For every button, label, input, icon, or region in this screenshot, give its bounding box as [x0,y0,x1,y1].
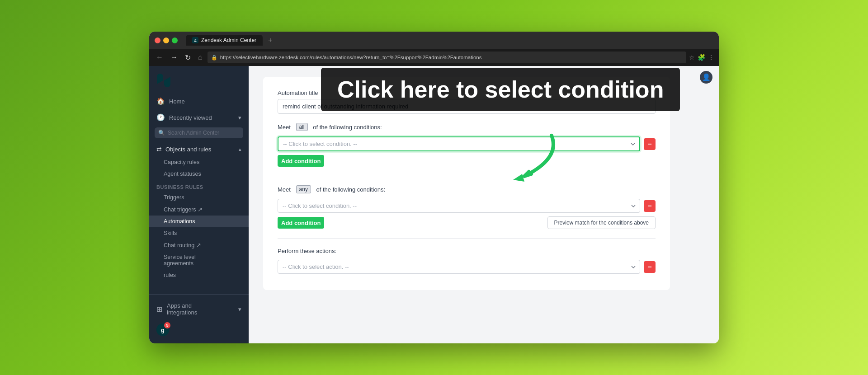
lock-icon: 🔒 [211,55,217,61]
remove-action-1-button[interactable]: − [644,261,656,273]
avatar-letter: g [161,327,165,333]
of-following-label: of the following conditions: [313,124,382,131]
all-badge[interactable]: all [296,123,308,131]
meet-any-header: Meet any of the following conditions: [278,185,656,193]
refresh-button[interactable]: ↻ [183,52,193,63]
search-input[interactable] [168,130,240,136]
sidebar-bottom: ⊞ Apps and integrations ▾ g 5 [149,294,249,343]
business-rules-group-label: Business rules [149,180,249,192]
profile-icon[interactable]: 👤 [700,71,712,84]
integrations-label: integrations [167,309,197,316]
sidebar-item-recently-viewed[interactable]: 🕐 Recently viewed ▾ [149,109,249,126]
toolbar-actions: ☆ 🧩 ⋮ [689,54,714,61]
zendesk-logo-icon [156,73,171,88]
meet-all-header: Meet all of the following conditions: [278,123,656,131]
meet-all-label: Meet [278,124,291,131]
capacity-rules-label: Capacity rules [164,159,199,165]
sidebar-item-triggers[interactable]: Triggers [149,192,249,203]
fullscreen-button[interactable] [172,38,178,43]
sidebar-item-skills[interactable]: Skills [149,227,249,239]
sidebar-logo [149,66,249,93]
sidebar-item-apps-integrations[interactable]: ⊞ Apps and integrations ▾ [149,298,249,320]
address-bar[interactable]: 🔒 https://selectivehardware.zendesk.com/… [208,52,686,63]
sidebar-item-service-level[interactable]: Service level agreements [149,251,249,269]
condition-select-1[interactable]: -- Click to select condition. -- [278,136,640,151]
chat-triggers-label: Chat triggers ↗ [164,206,203,213]
chevron-down-icon: ▾ [238,114,241,121]
apps-label: Apps and [167,302,197,309]
menu-icon[interactable]: ⋮ [708,54,714,61]
remove-condition-1-button[interactable]: − [644,138,656,150]
close-button[interactable] [155,38,160,43]
recently-viewed-label: Recently viewed [169,114,212,121]
tab-bar: Z Zendesk Admin Center + [186,35,276,46]
titlebar: Z Zendesk Admin Center + [149,32,719,49]
home-button[interactable]: ⌂ [196,52,205,62]
section-divider-2 [278,238,656,239]
back-button[interactable]: ← [154,52,165,62]
any-badge[interactable]: any [296,185,311,193]
green-arrow [488,131,561,187]
action-select-1[interactable]: -- Click to select action. -- [278,260,640,274]
svg-marker-0 [513,174,524,182]
add-condition-1-label: Add condition [281,158,321,164]
home-label: Home [169,98,185,105]
action-row-1: -- Click to select action. -- − [278,260,656,274]
tooltip-text: Click here to select condition [337,76,664,103]
add-condition-2-label: Add condition [281,220,321,226]
browser-toolbar: ← → ↻ ⌂ 🔒 https://selectivehardware.zend… [149,49,719,66]
active-tab[interactable]: Z Zendesk Admin Center [186,35,263,46]
apps-icon: ⊞ [156,305,162,314]
triggers-label: Triggers [164,194,184,201]
agent-statuses-label: Agent statuses [164,171,201,177]
sidebar-item-capacity-rules[interactable]: Capacity rules [149,156,249,168]
meet-any-label: Meet [278,186,291,193]
condition-select-2[interactable]: -- Click to select condition. -- [278,199,640,213]
automations-label: Automations [164,218,195,225]
sidebar-item-objects-rules[interactable]: ⇄ Objects and rules ▴ [149,142,249,156]
chat-routing-label: Chat routing ↗ [164,242,201,248]
remove-condition-2-button[interactable]: − [644,200,656,212]
condition-row-1: -- Click to select condition. -- − [278,136,656,151]
url-text: https://selectivehardware.zendesk.com/ru… [220,55,683,60]
minimize-button[interactable] [163,38,169,43]
service-level-label: Service level [164,254,196,260]
objects-rules-icon: ⇄ [156,145,162,153]
skills-label: Skills [164,230,177,236]
sidebar: 🏠 Home 🕐 Recently viewed ▾ 🔍 ⇄ Objects a… [149,66,249,343]
sidebar-search[interactable]: 🔍 [155,127,243,138]
chevron-up-icon: ▴ [239,146,241,152]
clock-icon: 🕐 [156,113,165,122]
perform-actions-header: Perform these actions: [278,248,656,254]
objects-rules-label: Objects and rules [165,146,211,153]
search-icon: 🔍 [158,130,165,136]
new-tab-button[interactable]: + [264,36,276,44]
apps-chevron-icon: ▾ [238,306,241,313]
tab-title: Zendesk Admin Center [201,37,256,43]
sidebar-item-chat-routing[interactable]: Chat routing ↗ [149,239,249,251]
condition-row-2: -- Click to select condition. -- − [278,199,656,213]
sla-rules-label: rules [164,272,176,278]
add-condition-1-button[interactable]: Add condition [278,155,324,167]
of-following-any-label: of the following conditions: [316,186,385,193]
avatar[interactable]: g 5 [156,323,169,336]
overlay-tooltip: Click here to select condition [321,68,680,111]
sidebar-item-agent-statuses[interactable]: Agent statuses [149,168,249,180]
sidebar-item-sla-rules[interactable]: rules [149,269,249,281]
tab-favicon: Z [192,37,198,43]
sidebar-item-home[interactable]: 🏠 Home [149,93,249,109]
extensions-icon[interactable]: 🧩 [698,54,705,61]
traffic-lights [155,38,178,43]
section-divider-1 [278,176,656,176]
forward-button[interactable]: → [168,52,180,62]
add-condition-2-button[interactable]: Add condition [278,217,324,229]
notification-badge: 5 [164,322,170,328]
home-icon: 🏠 [156,97,165,105]
preview-match-button[interactable]: Preview match for the conditions above [547,216,656,229]
agreements-label: agreements [164,260,193,267]
bookmark-icon[interactable]: ☆ [689,54,695,61]
sidebar-item-automations[interactable]: Automations [149,216,249,227]
main-content: Click here to select condition Automatio… [249,66,719,343]
app-body: 🏠 Home 🕐 Recently viewed ▾ 🔍 ⇄ Objects a… [149,66,719,343]
sidebar-item-chat-triggers[interactable]: Chat triggers ↗ [149,203,249,216]
